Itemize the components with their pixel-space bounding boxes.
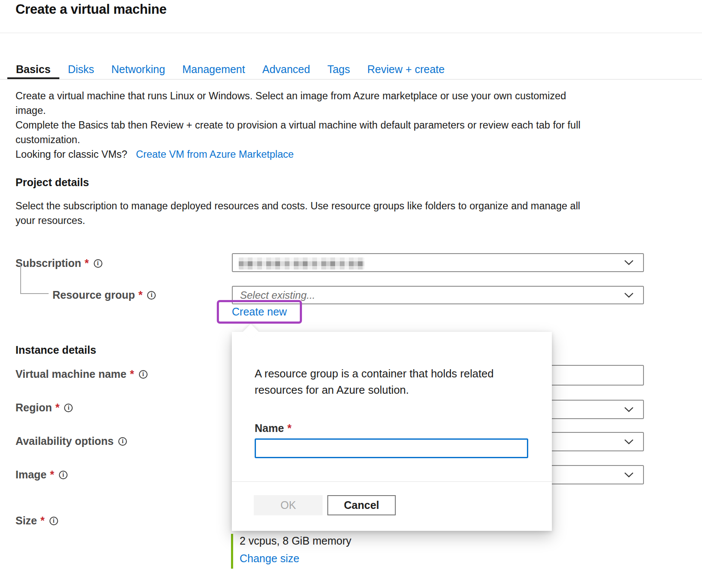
resource-group-label: Resource group * xyxy=(52,289,156,301)
create-vm-page: Create a virtual machine Basics Disks Ne… xyxy=(0,0,702,588)
size-label-text: Size xyxy=(15,514,37,527)
subscription-label-text: Subscription xyxy=(15,257,81,270)
classic-vm-line: Looking for classic VMs?Create VM from A… xyxy=(15,147,580,162)
info-icon[interactable] xyxy=(94,259,102,268)
redacted-subscription-value xyxy=(239,257,364,270)
region-label: Region * xyxy=(15,401,73,414)
tree-connector-vertical xyxy=(20,265,21,294)
popup-name-input[interactable] xyxy=(255,438,528,458)
intro-paragraph-1: Create a virtual machine that runs Linux… xyxy=(15,89,580,118)
tab-tags[interactable]: Tags xyxy=(319,59,359,79)
required-marker: * xyxy=(40,514,45,527)
cancel-button[interactable]: Cancel xyxy=(327,495,396,515)
size-label: Size * xyxy=(15,514,58,527)
size-specs-text: 2 vcpus, 8 GiB memory xyxy=(240,535,351,547)
popup-name-label: Name * xyxy=(255,422,292,435)
intro-paragraph-2: Complete the Basics tab then Review + cr… xyxy=(15,118,580,147)
instance-details-heading: Instance details xyxy=(15,344,96,356)
info-icon[interactable] xyxy=(139,370,148,379)
info-icon[interactable] xyxy=(118,437,127,446)
resource-group-dropdown[interactable]: Select existing... xyxy=(232,286,644,304)
tab-bar-divider xyxy=(0,79,702,80)
project-details-description: Select the subscription to manage deploy… xyxy=(15,199,580,228)
tree-connector-horizontal xyxy=(20,293,49,294)
required-marker: * xyxy=(55,401,60,414)
project-details-heading: Project details xyxy=(15,176,89,189)
tab-networking[interactable]: Networking xyxy=(103,59,174,79)
chevron-down-icon xyxy=(624,292,634,298)
vm-name-label: Virtual machine name * xyxy=(15,368,148,380)
info-icon[interactable] xyxy=(147,291,156,300)
create-vm-marketplace-link[interactable]: Create VM from Azure Marketplace xyxy=(136,149,294,160)
tab-bar: Basics Disks Networking Management Advan… xyxy=(7,59,453,79)
ok-button[interactable]: OK xyxy=(254,495,323,515)
tab-basics[interactable]: Basics xyxy=(7,59,59,79)
region-label-text: Region xyxy=(15,401,52,414)
subscription-dropdown[interactable] xyxy=(232,253,644,272)
info-icon[interactable] xyxy=(49,517,58,525)
create-resource-group-popup: A resource group is a container that hol… xyxy=(232,332,552,531)
tab-disks[interactable]: Disks xyxy=(59,59,103,79)
resource-group-placeholder: Select existing... xyxy=(233,289,315,301)
tab-management[interactable]: Management xyxy=(174,59,254,79)
image-label-text: Image xyxy=(15,469,46,481)
image-label: Image * xyxy=(15,469,68,481)
required-marker: * xyxy=(85,257,89,270)
availability-options-label: Availability options xyxy=(15,435,127,447)
subscription-label: Subscription * xyxy=(15,257,102,270)
availability-options-label-text: Availability options xyxy=(15,435,114,447)
required-marker: * xyxy=(50,469,54,481)
info-icon[interactable] xyxy=(59,471,68,479)
chevron-down-icon xyxy=(624,472,634,478)
size-accent-bar xyxy=(231,534,233,569)
popup-footer-divider xyxy=(232,481,552,482)
change-size-link[interactable]: Change size xyxy=(240,552,299,565)
page-title: Create a virtual machine xyxy=(15,2,166,17)
required-marker: * xyxy=(130,368,134,380)
required-marker: * xyxy=(139,289,143,301)
resource-group-label-text: Resource group xyxy=(52,289,135,301)
classic-vm-question: Looking for classic VMs? xyxy=(15,149,127,160)
chevron-down-icon xyxy=(624,260,634,266)
popup-description: A resource group is a container that hol… xyxy=(255,365,536,398)
tab-advanced[interactable]: Advanced xyxy=(254,59,319,79)
required-marker: * xyxy=(287,422,292,435)
intro-text: Create a virtual machine that runs Linux… xyxy=(15,89,580,162)
tab-review-create[interactable]: Review + create xyxy=(359,59,453,79)
chevron-down-icon xyxy=(624,439,634,444)
chevron-down-icon xyxy=(624,407,634,412)
vm-name-label-text: Virtual machine name xyxy=(15,368,126,380)
header-divider xyxy=(0,33,702,33)
popup-name-label-text: Name xyxy=(255,422,284,435)
info-icon[interactable] xyxy=(64,404,73,412)
create-new-link[interactable]: Create new xyxy=(232,306,287,318)
